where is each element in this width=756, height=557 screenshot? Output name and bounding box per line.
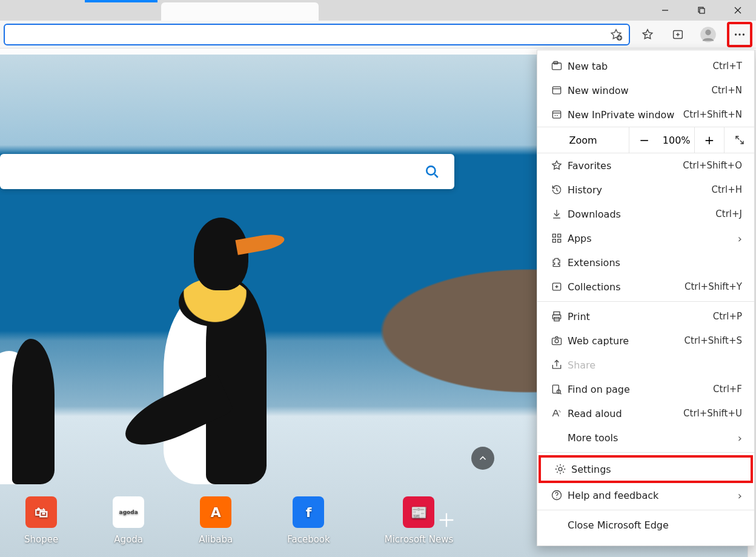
menu-item-readaloud[interactable]: Read aloudCtrl+Shift+U [537, 401, 754, 425]
menu-item-shortcut: Ctrl+H [711, 184, 742, 195]
menu-item-shortcut: Ctrl+P [713, 311, 742, 322]
menu-item-label: History [565, 184, 711, 196]
menu-item-shortcut: Ctrl+F [713, 384, 742, 395]
svg-rect-30 [552, 385, 559, 393]
titlebar [0, 0, 756, 21]
add-favorite-icon[interactable] [609, 28, 623, 41]
menu-item-label: Web capture [565, 335, 685, 347]
quick-link-label: Shopee [24, 534, 58, 545]
expand-feed-button[interactable] [471, 447, 494, 470]
collections-icon [548, 281, 565, 293]
background-decor [121, 218, 297, 509]
menu-item-shortcut: Ctrl+Shift+S [685, 335, 742, 346]
fullscreen-button[interactable] [724, 127, 754, 153]
svg-point-9 [735, 33, 737, 35]
quick-link-agoda[interactable]: agodaAgoda [113, 496, 144, 545]
svg-rect-20 [552, 234, 555, 237]
menu-item-help[interactable]: Help and feedback› [537, 483, 754, 507]
tab-icon [548, 60, 565, 72]
browser-toolbar [0, 21, 756, 48]
menu-item-moretools[interactable]: More tools› [537, 425, 754, 450]
help-icon [548, 489, 565, 501]
menu-item-label: Find on page [565, 384, 713, 395]
menu-item-label: Share [565, 359, 742, 371]
zoom-value: 100% [659, 135, 694, 146]
menu-item-webcapture[interactable]: Web captureCtrl+Shift+S [537, 329, 754, 353]
menu-item-shortcut: Ctrl+Shift+U [683, 408, 742, 419]
apps-icon [548, 232, 565, 244]
svg-rect-22 [552, 239, 555, 242]
svg-point-34 [556, 498, 557, 498]
inprivate-icon [548, 108, 565, 121]
find-icon [548, 383, 565, 395]
quick-link-alibaba[interactable]: AAlibaba [199, 496, 233, 545]
menu-item-shortcut: Ctrl+T [713, 61, 742, 72]
svg-rect-18 [552, 111, 560, 118]
menu-item-collections[interactable]: CollectionsCtrl+Shift+Y [537, 275, 754, 299]
menu-item-close[interactable]: Close Microsoft Edge [537, 513, 754, 537]
tab[interactable] [161, 2, 319, 21]
menu-item-label: Print [565, 311, 713, 322]
background-decor [0, 315, 73, 496]
collections-button[interactable] [665, 22, 691, 47]
menu-item-extensions[interactable]: Extensions [537, 250, 754, 275]
menu-item-settings[interactable]: Settings [539, 455, 753, 483]
svg-point-32 [559, 467, 562, 471]
minimize-button[interactable] [647, 0, 683, 21]
menu-item-favorites[interactable]: FavoritesCtrl+Shift+O [537, 153, 754, 178]
history-icon [548, 184, 565, 196]
menu-item-find[interactable]: Find on pageCtrl+F [537, 377, 754, 401]
address-bar[interactable] [4, 24, 630, 45]
menu-item-shortcut: Ctrl+Shift+Y [685, 281, 742, 292]
menu-item-label: Close Microsoft Edge [565, 519, 742, 531]
more-button[interactable] [727, 22, 752, 47]
menu-item-shortcut: Ctrl+Shift+O [683, 160, 742, 171]
search-box[interactable] [0, 154, 454, 189]
window-icon [548, 84, 565, 96]
menu-item-shortcut: Ctrl+Shift+N [683, 109, 742, 120]
menu-item-history[interactable]: HistoryCtrl+H [537, 178, 754, 202]
add-quick-link-button[interactable] [436, 510, 457, 530]
svg-rect-16 [552, 87, 560, 94]
favorites-button[interactable] [635, 22, 660, 47]
menu-item-downloads[interactable]: DownloadsCtrl+J [537, 202, 754, 226]
menu-item-label: Collections [565, 281, 685, 293]
svg-point-12 [426, 166, 435, 175]
settings-menu: New tabCtrl+TNew windowCtrl+NNew InPriva… [537, 50, 755, 546]
gear-icon [552, 463, 569, 475]
menu-item-label: New tab [565, 61, 713, 72]
chevron-right-icon: › [738, 489, 742, 502]
zoom-in-button[interactable]: + [694, 127, 724, 153]
quick-link-facebook[interactable]: fFacebook [287, 496, 330, 545]
tab-strip [0, 0, 319, 21]
menu-item-print[interactable]: PrintCtrl+P [537, 304, 754, 329]
svg-point-29 [555, 339, 559, 343]
menu-item-label: More tools [565, 432, 738, 444]
menu-item-label: Apps [565, 233, 738, 244]
quick-link-label: Alibaba [199, 534, 233, 545]
svg-rect-23 [558, 239, 561, 242]
close-button[interactable] [720, 0, 756, 21]
quick-link-label: Agoda [114, 534, 143, 545]
profile-button[interactable] [695, 22, 721, 47]
quick-link-tile: agoda [113, 496, 144, 528]
search-icon[interactable] [424, 164, 440, 179]
svg-rect-21 [558, 234, 561, 237]
menu-item-new-window[interactable]: New windowCtrl+N [537, 78, 754, 102]
share-icon [548, 359, 565, 371]
maximize-button[interactable] [683, 0, 720, 21]
svg-point-11 [743, 33, 744, 35]
svg-point-8 [705, 29, 711, 35]
star-icon [548, 159, 565, 172]
menu-item-share: Share [537, 353, 754, 377]
capture-icon [548, 335, 565, 347]
chevron-right-icon: › [738, 432, 742, 444]
quick-link-tile: 📰 [403, 496, 434, 528]
menu-item-new-tab[interactable]: New tabCtrl+T [537, 54, 754, 78]
zoom-out-button[interactable]: − [629, 127, 659, 153]
zoom-row: Zoom − 100% + [537, 127, 754, 153]
menu-item-apps[interactable]: Apps› [537, 226, 754, 250]
svg-rect-25 [554, 312, 560, 315]
quick-link-shopee[interactable]: 🛍Shopee [24, 496, 58, 545]
menu-item-inprivate[interactable]: New InPrivate windowCtrl+Shift+N [537, 102, 754, 127]
